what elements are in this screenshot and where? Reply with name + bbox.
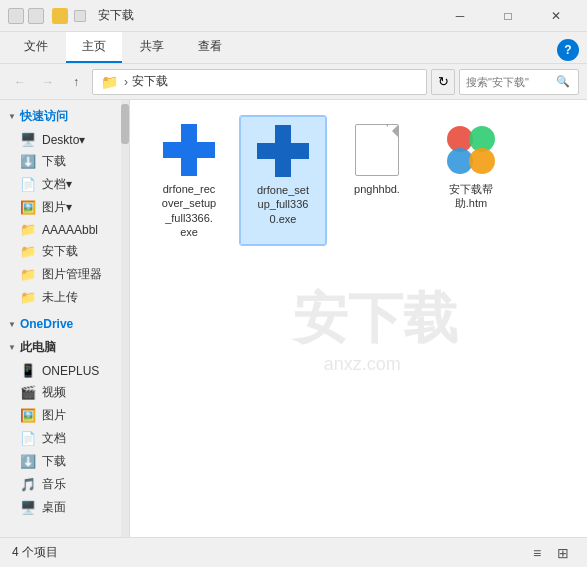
onedrive-label: OneDrive [20, 317, 73, 331]
htm-icon-container [445, 124, 497, 176]
onedrive-header[interactable]: ▼ OneDrive [0, 313, 129, 335]
title-bar: 安下载 ─ □ ✕ [0, 0, 587, 32]
file-item-pnghhbd[interactable]: pnghhbd. [334, 116, 420, 245]
forward-button[interactable]: → [36, 70, 60, 94]
search-box[interactable]: 🔍 [459, 69, 579, 95]
sidebar-item-music[interactable]: 🎵 音乐 [0, 473, 129, 496]
sidebar-item-desktop[interactable]: 🖥️ Deskto▾ [0, 129, 129, 150]
thispc-header[interactable]: ▼ 此电脑 [0, 335, 129, 360]
phone-icon: 📱 [20, 363, 36, 378]
sidebar-label-music: 音乐 [42, 476, 66, 493]
sidebar-item-documents[interactable]: 📄 文档▾ [0, 173, 129, 196]
address-path[interactable]: 📁 › 安下载 [92, 69, 427, 95]
sidebar-label-oneplus: ONEPLUS [42, 364, 99, 378]
quick-access-header[interactable]: ▼ 快速访问 [0, 104, 129, 129]
onedrive-chevron: ▼ [8, 320, 16, 329]
view-detail-button[interactable]: ⊞ [551, 541, 575, 565]
file-item-htm[interactable]: 安下载帮助.htm [428, 116, 514, 245]
desk2-icon: 🖥️ [20, 500, 36, 515]
download-icon: ⬇️ [20, 154, 36, 169]
sidebar-label-desktop: Deskto▾ [42, 133, 85, 147]
tab-file[interactable]: 文件 [8, 32, 64, 63]
file-label-htm: 安下载帮助.htm [449, 182, 493, 211]
tab-view[interactable]: 查看 [182, 32, 238, 63]
doc2-icon: 📄 [20, 431, 36, 446]
sidebar-item-desk2[interactable]: 🖥️ 桌面 [0, 496, 129, 519]
watermark-text: 安下载 [293, 282, 458, 356]
file-icon-drfone-recover [161, 122, 217, 178]
folder-icon-2: 📁 [20, 244, 36, 259]
thispc-label: 此电脑 [20, 339, 56, 356]
up-button[interactable]: ↑ [64, 70, 88, 94]
sidebar: ▼ 快速访问 🖥️ Deskto▾ ⬇️ 下载 📄 文档▾ 🖼️ 图片▾ 📁 A… [0, 100, 130, 537]
sidebar-item-downloads[interactable]: ⬇️ 下载 [0, 150, 129, 173]
desktop-icon: 🖥️ [20, 132, 36, 147]
window-title: 安下载 [90, 7, 134, 24]
help-button[interactable]: ? [557, 39, 579, 61]
sidebar-item-oneplus[interactable]: 📱 ONEPLUS [0, 360, 129, 381]
sidebar-item-aaaaa[interactable]: 📁 AAAAAbbl [0, 219, 129, 240]
refresh-button[interactable]: ↻ [431, 69, 455, 95]
svg-rect-3 [163, 142, 215, 158]
sidebar-item-dl2[interactable]: ⬇️ 下载 [0, 450, 129, 473]
back-button[interactable]: ← [8, 70, 32, 94]
file-area[interactable]: 安下载 anxz.com drfone_recover_setup_full33… [130, 100, 587, 537]
search-input[interactable] [466, 76, 556, 88]
path-folder-icon: 📁 [101, 74, 118, 90]
music-icon: 🎵 [20, 477, 36, 492]
file-icon-drfone-setup [255, 123, 311, 179]
sidebar-label-anzaixia: 安下载 [42, 243, 78, 260]
sidebar-label-unsync: 未上传 [42, 289, 78, 306]
sidebar-label-aaaaa: AAAAAbbl [42, 223, 98, 237]
maximize-button[interactable]: □ [485, 0, 531, 32]
sidebar-label-doc2: 文档 [42, 430, 66, 447]
sidebar-item-doc2[interactable]: 📄 文档 [0, 427, 129, 450]
minimize-button[interactable]: ─ [437, 0, 483, 32]
close-button[interactable]: ✕ [533, 0, 579, 32]
sidebar-item-video[interactable]: 🎬 视频 [0, 381, 129, 404]
sidebar-label-pic2: 图片 [42, 407, 66, 424]
file-label-drfone-recover: drfone_recover_setup_full3366.exe [162, 182, 216, 239]
path-separator: › [124, 75, 128, 89]
thispc-chevron: ▼ [8, 343, 16, 352]
sidebar-label-dl2: 下载 [42, 453, 66, 470]
search-icon[interactable]: 🔍 [556, 75, 570, 88]
toolbar-btn-1[interactable] [8, 8, 24, 24]
file-item-drfone-recover[interactable]: drfone_recover_setup_full3366.exe [146, 116, 232, 245]
sidebar-item-unsync[interactable]: 📁 未上传 [0, 286, 129, 309]
title-controls: ─ □ ✕ [437, 0, 579, 32]
file-item-drfone-setup[interactable]: drfone_setup_full3360.exe [240, 116, 326, 245]
folder-icon [52, 8, 68, 24]
sidebar-label-pictures: 图片▾ [42, 199, 72, 216]
ribbon: 文件 主页 共享 查看 ? [0, 32, 587, 64]
dl2-icon: ⬇️ [20, 454, 36, 469]
sidebar-label-downloads: 下载 [42, 153, 66, 170]
status-bar: 4 个项目 ≡ ⊞ [0, 537, 587, 567]
item-count: 4 个项目 [12, 544, 58, 561]
circle-yellow [469, 148, 495, 174]
chevron-icon: ▼ [8, 112, 16, 121]
sidebar-label-desk2: 桌面 [42, 499, 66, 516]
ribbon-tabs: 文件 主页 共享 查看 [0, 32, 246, 63]
view-list-button[interactable]: ≡ [525, 541, 549, 565]
sidebar-item-pictures[interactable]: 🖼️ 图片▾ [0, 196, 129, 219]
pic2-icon: 🖼️ [20, 408, 36, 423]
sidebar-item-anzaixia[interactable]: 📁 安下载 [0, 240, 129, 263]
sidebar-label-documents: 文档▾ [42, 176, 72, 193]
view-buttons: ≡ ⊞ [525, 541, 575, 565]
toolbar-btn-2[interactable] [28, 8, 44, 24]
sidebar-item-pic2[interactable]: 🖼️ 图片 [0, 404, 129, 427]
sidebar-label-video: 视频 [42, 384, 66, 401]
sidebar-label-imgmanager: 图片管理器 [42, 266, 102, 283]
title-quick-access[interactable] [74, 10, 86, 22]
tab-home[interactable]: 主页 [66, 32, 122, 63]
file-icon-pnghhbd [349, 122, 405, 178]
file-label-drfone-setup: drfone_setup_full3360.exe [257, 183, 309, 226]
file-label-pnghhbd: pnghhbd. [354, 182, 400, 196]
tab-share[interactable]: 共享 [124, 32, 180, 63]
address-bar: ← → ↑ 📁 › 安下载 ↻ 🔍 [0, 64, 587, 100]
watermark-sub: anxz.com [324, 353, 401, 374]
main-layout: ▼ 快速访问 🖥️ Deskto▾ ⬇️ 下载 📄 文档▾ 🖼️ 图片▾ 📁 A… [0, 100, 587, 537]
quick-access-label: 快速访问 [20, 108, 68, 125]
sidebar-item-imgmanager[interactable]: 📁 图片管理器 [0, 263, 129, 286]
